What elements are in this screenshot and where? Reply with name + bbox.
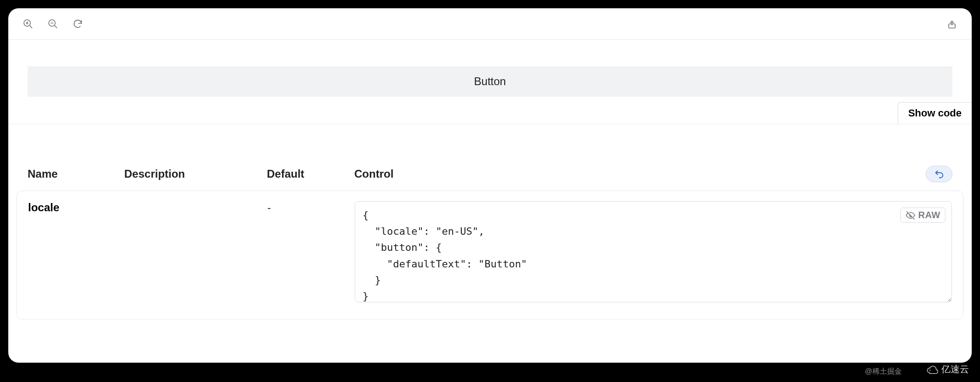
demo-button[interactable]: Button (28, 66, 952, 97)
json-control-input[interactable] (355, 201, 952, 302)
header-name: Name (28, 168, 124, 180)
show-code-label: Show code (908, 107, 962, 119)
args-header-row: Name Description Default Control (8, 166, 972, 191)
eye-off-icon (905, 210, 916, 220)
raw-toggle-label: RAW (918, 210, 940, 220)
show-code-button[interactable]: Show code (898, 102, 972, 124)
prop-default: - (267, 201, 355, 305)
zoom-in-icon[interactable] (22, 18, 34, 30)
svg-line-5 (55, 25, 58, 28)
preview-panel: Button Show code (8, 40, 972, 124)
args-row: locale - RAW (17, 191, 963, 319)
raw-toggle-button[interactable]: RAW (900, 208, 945, 223)
zoom-out-icon[interactable] (47, 18, 59, 30)
header-default: Default (267, 168, 354, 180)
storybook-frame: Button Show code Name Description Defaul… (8, 8, 972, 363)
share-icon[interactable] (946, 18, 958, 30)
watermark-yisu: ∞ 亿速云 (926, 363, 969, 376)
watermark-juejin: @稀土掘金 (865, 367, 902, 376)
cloud-icon: ∞ (926, 365, 939, 375)
reset-controls-button[interactable] (926, 166, 952, 182)
header-description: Description (124, 168, 267, 180)
header-control: Control (354, 168, 393, 180)
preview-toolbar (8, 8, 972, 40)
svg-line-1 (30, 25, 33, 28)
reset-zoom-icon[interactable] (72, 18, 84, 30)
demo-button-label: Button (474, 75, 506, 88)
svg-text:∞: ∞ (929, 368, 931, 371)
prop-description (125, 201, 267, 305)
prop-control-cell: RAW (355, 201, 952, 305)
undo-icon (934, 169, 944, 179)
prop-name: locale (28, 201, 125, 305)
args-panel: Name Description Default Control locale … (8, 124, 972, 363)
